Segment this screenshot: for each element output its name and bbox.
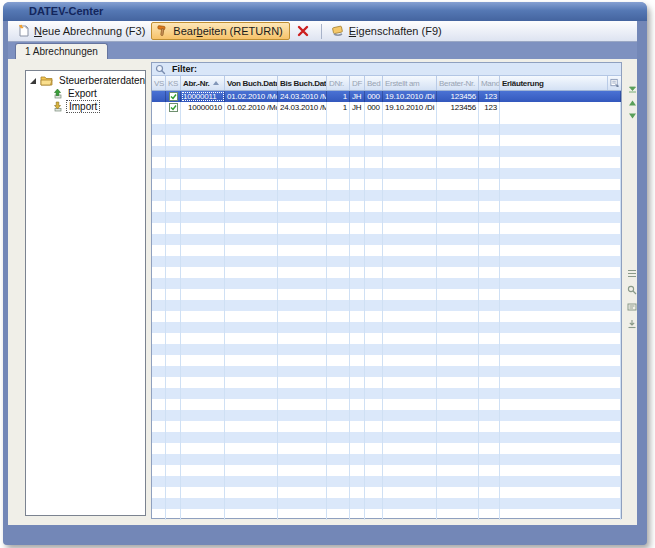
cell-bis: [278, 135, 327, 146]
cell-ks[interactable]: [166, 102, 181, 113]
column-header-von[interactable]: Von Buch.Datum: [225, 76, 278, 90]
cell-erstellt: [383, 201, 437, 212]
scroll-top-icon[interactable]: [628, 86, 637, 93]
cell-vs: [152, 344, 166, 355]
cell-abr: [181, 168, 225, 179]
edit-note-icon[interactable]: [627, 302, 637, 312]
cell-erstellt: [383, 366, 437, 377]
cell-mandan[interactable]: 123: [479, 102, 500, 113]
cell-df: [350, 366, 365, 377]
cell-erl: [500, 476, 621, 487]
cell-berater[interactable]: 123456: [437, 102, 479, 113]
cell-erstellt[interactable]: 19.10.2010 /Di: [383, 102, 437, 113]
export-down-icon[interactable]: [627, 319, 637, 329]
column-header-dnr[interactable]: DNr.: [327, 76, 350, 90]
column-header-berater[interactable]: Berater-Nr.: [437, 76, 479, 90]
cell-df: [350, 432, 365, 443]
cell-abr[interactable]: 10000010: [181, 102, 225, 113]
cell-bis: [278, 113, 327, 124]
column-header-bis[interactable]: Bis Buch.Datum: [278, 76, 327, 90]
cell-bis: [278, 344, 327, 355]
column-header-mandan[interactable]: Mandan: [479, 76, 500, 90]
delete-button[interactable]: [290, 24, 316, 38]
cell-vs: [152, 388, 166, 399]
cell-mandan: [479, 201, 500, 212]
row-checkbox[interactable]: [169, 103, 178, 112]
column-header-vs[interactable]: VS: [152, 76, 166, 90]
tab-abrechnungen[interactable]: 1 Abrechnungen: [15, 43, 108, 59]
cell-vs: [152, 421, 166, 432]
cell-abr[interactable]: 10000011: [181, 91, 225, 102]
column-header-ks[interactable]: KS: [166, 76, 181, 90]
grid-filter-row[interactable]: Filter:: [152, 63, 621, 76]
cell-ks[interactable]: [166, 91, 181, 102]
cell-mandan: [479, 124, 500, 135]
cell-erl[interactable]: [500, 102, 621, 113]
cell-erl: [500, 267, 621, 278]
cell-bed: [365, 454, 383, 465]
cell-bed: [365, 300, 383, 311]
cell-bis[interactable]: 24.03.2010 /Mi: [278, 91, 327, 102]
cell-ks: [166, 377, 181, 388]
eigenschaften-button[interactable]: Eigenschaften (F9): [327, 22, 448, 40]
scroll-down-icon[interactable]: [628, 113, 637, 119]
new-button-label: Neue Abrechnung (F3): [34, 25, 145, 37]
table-row[interactable]: 1000001001.02.2010 /Mo24.03.2010 /Mi1JH0…: [152, 102, 621, 113]
cell-df: [350, 355, 365, 366]
cell-berater: [437, 190, 479, 201]
row-checkbox[interactable]: [169, 92, 178, 101]
cell-bed: [365, 267, 383, 278]
bearbeiten-button[interactable]: Bearbeiten (RETURN): [151, 22, 289, 40]
cell-erl: [500, 201, 621, 212]
list-view-icon[interactable]: [627, 269, 637, 278]
cell-bed: [365, 333, 383, 344]
column-header-erstellt[interactable]: Erstellt am: [383, 76, 437, 90]
cell-erl[interactable]: [500, 91, 621, 102]
cell-bis[interactable]: 24.03.2010 /Mi: [278, 102, 327, 113]
cell-bis: [278, 366, 327, 377]
column-header-df[interactable]: DF: [350, 76, 365, 90]
column-chooser-icon[interactable]: [608, 76, 621, 90]
cell-df[interactable]: JH: [350, 91, 365, 102]
cell-abr: [181, 223, 225, 234]
cell-erstellt[interactable]: 19.10.2010 /Di: [383, 91, 437, 102]
new-abrechnung-button[interactable]: Neue Abrechnung (F3): [13, 22, 151, 40]
tree-item-import[interactable]: Import: [26, 100, 145, 113]
tree-expander-icon[interactable]: [30, 78, 36, 84]
search-icon[interactable]: [627, 285, 637, 295]
cell-vs[interactable]: [152, 102, 166, 113]
cell-dnr: [327, 289, 350, 300]
cell-bed[interactable]: 000: [365, 91, 383, 102]
cell-vs[interactable]: [152, 91, 166, 102]
tree-item-export[interactable]: Export: [26, 87, 145, 100]
cell-ks: [166, 399, 181, 410]
cell-abr: [181, 300, 225, 311]
cell-von[interactable]: 01.02.2010 /Mo: [225, 91, 278, 102]
column-header-abr[interactable]: Abr.-Nr.: [181, 76, 225, 90]
column-header-erl[interactable]: Erläuterung: [500, 76, 608, 90]
tree-item-label: Import: [66, 100, 100, 113]
cell-dnr: [327, 135, 350, 146]
cell-bed: [365, 201, 383, 212]
cell-bed[interactable]: 000: [365, 102, 383, 113]
cell-erl: [500, 377, 621, 388]
window-titlebar[interactable]: DATEV-Center: [3, 2, 647, 21]
cell-df: [350, 388, 365, 399]
cell-dnr: [327, 190, 350, 201]
cell-von[interactable]: 01.02.2010 /Mo: [225, 102, 278, 113]
cell-mandan[interactable]: 123: [479, 91, 500, 102]
table-row[interactable]: 1000001101.02.2010 /Mo24.03.2010 /Mi1JH0…: [152, 91, 621, 102]
cell-dnr[interactable]: 1: [327, 102, 350, 113]
tree-item-steuerberaterdaten[interactable]: Steuerberaterdaten: [26, 74, 145, 87]
cell-berater[interactable]: 123456: [437, 91, 479, 102]
cell-ks: [166, 388, 181, 399]
cell-erl: [500, 113, 621, 124]
cell-vs: [152, 179, 166, 190]
scroll-up-icon[interactable]: [628, 100, 637, 106]
cell-df[interactable]: JH: [350, 102, 365, 113]
export-arrow-icon: [52, 88, 63, 99]
column-header-bed[interactable]: Bed: [365, 76, 383, 90]
cell-df: [350, 157, 365, 168]
cell-dnr[interactable]: 1: [327, 91, 350, 102]
cell-vs: [152, 509, 166, 520]
